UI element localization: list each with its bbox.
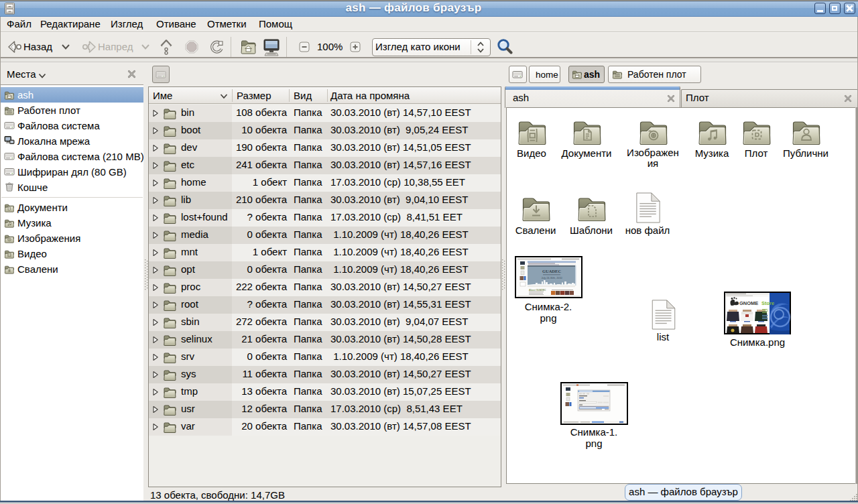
svg-text:July 24-30th, 2010: July 24-30th, 2010 bbox=[541, 277, 562, 279]
svg-text:About GUADEC: About GUADEC bbox=[529, 289, 546, 292]
svg-text:GUADEC: GUADEC bbox=[542, 269, 561, 273]
svg-text:GNOME: GNOME bbox=[739, 300, 758, 306]
svg-text:Store: Store bbox=[761, 300, 774, 306]
